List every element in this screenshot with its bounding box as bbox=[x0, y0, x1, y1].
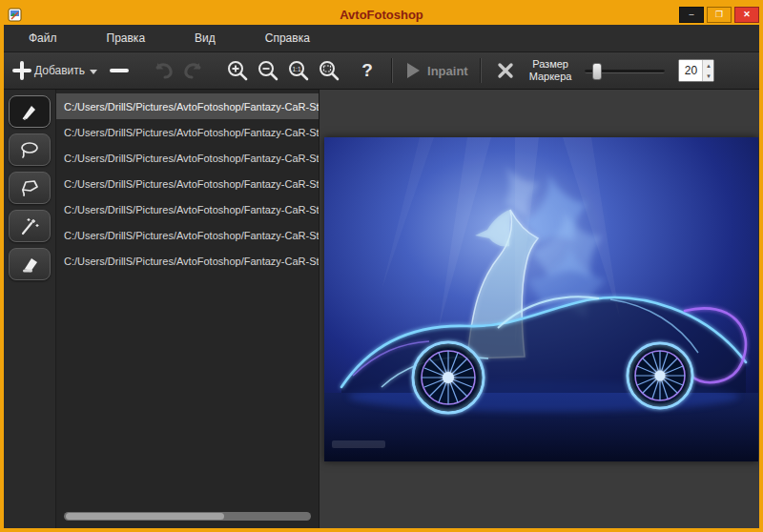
marker-size-spinner: ▲ ▼ bbox=[678, 59, 714, 82]
zoom-in-button[interactable] bbox=[225, 56, 250, 85]
polygon-lasso-icon bbox=[19, 178, 40, 197]
window-controls: – ❐ ✕ bbox=[679, 7, 759, 23]
content-area: C:/Users/DrillS/Pictures/AvtoFotoshop/Fa… bbox=[4, 90, 759, 528]
close-button[interactable]: ✕ bbox=[734, 7, 759, 23]
tool-polygon-lasso-button[interactable] bbox=[9, 172, 51, 204]
inpaint-label: Inpaint bbox=[427, 64, 468, 78]
zoom-actual-button[interactable]: 1:1 bbox=[286, 56, 311, 85]
spinner-down-icon[interactable]: ▼ bbox=[703, 71, 713, 81]
file-list-item[interactable]: C:/Users/DrillS/Pictures/AvtoFotoshop/Fa… bbox=[56, 93, 319, 119]
app-window: AvtoFotoshop – ❐ ✕ Файл Правка Вид Справ… bbox=[0, 0, 763, 532]
toolbar-separator-2 bbox=[480, 58, 482, 83]
file-list-item[interactable]: C:/Users/DrillS/Pictures/AvtoFotoshop/Fa… bbox=[56, 222, 319, 248]
redo-button[interactable] bbox=[181, 56, 206, 85]
add-files-button[interactable]: Добавить bbox=[11, 56, 97, 85]
zoom-out-icon bbox=[257, 59, 279, 82]
spinner-up-icon[interactable]: ▲ bbox=[703, 60, 713, 71]
eraser-icon bbox=[19, 255, 40, 274]
window-title: AvtoFotoshop bbox=[4, 8, 759, 22]
menu-bar: Файл Правка Вид Справка bbox=[4, 25, 759, 52]
menu-help[interactable]: Справка bbox=[240, 26, 335, 51]
slider-handle[interactable] bbox=[592, 63, 602, 80]
undo-icon bbox=[152, 60, 175, 81]
tool-lasso-button[interactable] bbox=[9, 133, 51, 166]
watermark bbox=[332, 440, 385, 448]
rear-wheel bbox=[628, 343, 692, 408]
canvas-image[interactable] bbox=[324, 137, 758, 461]
dropdown-caret-icon bbox=[90, 70, 97, 74]
menu-file[interactable]: Файл bbox=[4, 26, 82, 51]
zoom-in-icon bbox=[226, 59, 249, 82]
file-list-item[interactable]: C:/Users/DrillS/Pictures/AvtoFotoshop/Fa… bbox=[56, 145, 319, 171]
remove-file-button[interactable] bbox=[107, 56, 132, 85]
titlebar[interactable]: AvtoFotoshop – ❐ ✕ bbox=[4, 4, 759, 25]
marker-size-label: Размер Маркера bbox=[529, 58, 572, 82]
lasso-icon bbox=[19, 140, 40, 159]
zoom-actual-label: 1:1 bbox=[293, 66, 301, 72]
plus-icon bbox=[11, 60, 32, 81]
canvas-area[interactable] bbox=[320, 90, 759, 528]
toolbar-separator bbox=[391, 58, 393, 83]
help-button[interactable]: ? bbox=[355, 56, 380, 85]
minus-icon bbox=[109, 60, 130, 81]
tools-sidebar bbox=[4, 90, 56, 528]
zoom-fit-button[interactable] bbox=[317, 56, 341, 85]
tool-brush-button[interactable] bbox=[9, 95, 51, 128]
file-list-item[interactable]: C:/Users/DrillS/Pictures/AvtoFotoshop/Fa… bbox=[56, 171, 319, 196]
add-label: Добавить bbox=[34, 64, 85, 77]
file-list-item[interactable]: C:/Users/DrillS/Pictures/AvtoFotoshop/Fa… bbox=[56, 119, 319, 145]
tool-magic-wand-button[interactable] bbox=[9, 210, 51, 242]
filelist-hscrollbar-thumb[interactable] bbox=[66, 513, 224, 520]
zoom-fit-icon bbox=[318, 59, 340, 82]
menu-view[interactable]: Вид bbox=[170, 26, 240, 51]
redo-icon bbox=[182, 60, 205, 81]
clear-selection-button[interactable] bbox=[493, 56, 518, 85]
x-icon bbox=[496, 61, 515, 80]
file-list-item[interactable]: C:/Users/DrillS/Pictures/AvtoFotoshop/Fa… bbox=[56, 248, 319, 274]
inpaint-button[interactable]: Inpaint bbox=[404, 56, 468, 85]
tool-eraser-button[interactable] bbox=[9, 248, 51, 280]
filelist-hscrollbar[interactable] bbox=[64, 512, 311, 521]
zoom-out-button[interactable] bbox=[256, 56, 280, 85]
fantasy-car-artwork bbox=[324, 137, 758, 461]
maximize-button[interactable]: ❐ bbox=[707, 7, 732, 23]
menu-edit[interactable]: Правка bbox=[82, 26, 171, 51]
front-wheel bbox=[413, 342, 484, 413]
magic-wand-icon bbox=[19, 216, 40, 235]
marker-size-input[interactable] bbox=[679, 60, 702, 81]
brush-icon bbox=[20, 102, 39, 121]
marker-size-slider[interactable] bbox=[585, 62, 665, 79]
minimize-button[interactable]: – bbox=[679, 7, 704, 23]
undo-button[interactable] bbox=[151, 56, 175, 85]
file-list-panel: C:/Users/DrillS/Pictures/AvtoFotoshop/Fa… bbox=[56, 90, 320, 528]
help-label: ? bbox=[361, 60, 373, 81]
spinner-arrows: ▲ ▼ bbox=[702, 60, 713, 81]
zoom-actual-icon: 1:1 bbox=[287, 59, 310, 82]
play-icon bbox=[404, 61, 422, 80]
toolbar: Добавить bbox=[4, 52, 759, 90]
file-list-item[interactable]: C:/Users/DrillS/Pictures/AvtoFotoshop/Fa… bbox=[56, 196, 319, 222]
